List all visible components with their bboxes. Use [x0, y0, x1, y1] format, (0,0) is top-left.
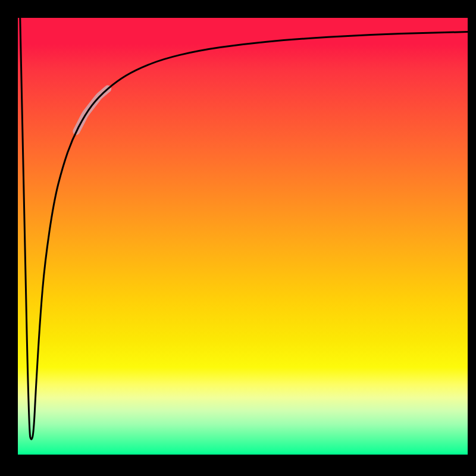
bottleneck-curve — [20, 18, 468, 439]
curve-svg — [18, 18, 468, 455]
highlight-segment — [76, 89, 108, 131]
plot-area — [18, 18, 468, 455]
